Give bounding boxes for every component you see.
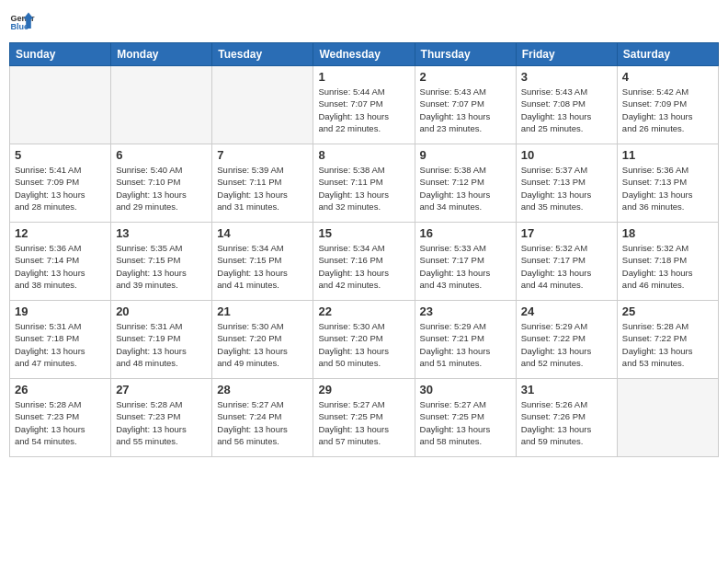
calendar-cell: 14Sunrise: 5:34 AM Sunset: 7:15 PM Dayli… — [212, 223, 313, 301]
day-number: 8 — [318, 148, 409, 162]
calendar-cell: 12Sunrise: 5:36 AM Sunset: 7:14 PM Dayli… — [10, 223, 111, 301]
calendar-cell: 1Sunrise: 5:44 AM Sunset: 7:07 PM Daylig… — [313, 66, 415, 144]
weekday-header-tuesday: Tuesday — [212, 43, 313, 66]
calendar-week-4: 19Sunrise: 5:31 AM Sunset: 7:18 PM Dayli… — [10, 301, 719, 379]
calendar-cell: 9Sunrise: 5:38 AM Sunset: 7:12 PM Daylig… — [415, 144, 516, 223]
day-info: Sunrise: 5:39 AM Sunset: 7:11 PM Dayligh… — [217, 164, 308, 213]
day-info: Sunrise: 5:28 AM Sunset: 7:23 PM Dayligh… — [15, 398, 106, 447]
day-number: 3 — [521, 70, 612, 84]
calendar-week-5: 26Sunrise: 5:28 AM Sunset: 7:23 PM Dayli… — [10, 379, 719, 457]
day-number: 28 — [217, 383, 308, 396]
day-info: Sunrise: 5:28 AM Sunset: 7:22 PM Dayligh… — [622, 320, 713, 369]
day-number: 10 — [521, 148, 612, 162]
day-number: 14 — [217, 226, 308, 240]
day-info: Sunrise: 5:34 AM Sunset: 7:16 PM Dayligh… — [318, 242, 409, 291]
calendar-cell: 26Sunrise: 5:28 AM Sunset: 7:23 PM Dayli… — [10, 379, 111, 457]
calendar-cell: 25Sunrise: 5:28 AM Sunset: 7:22 PM Dayli… — [617, 301, 718, 379]
calendar-cell: 6Sunrise: 5:40 AM Sunset: 7:10 PM Daylig… — [111, 144, 212, 223]
day-number: 17 — [521, 226, 612, 240]
calendar-cell: 28Sunrise: 5:27 AM Sunset: 7:24 PM Dayli… — [212, 379, 313, 457]
day-info: Sunrise: 5:44 AM Sunset: 7:07 PM Dayligh… — [318, 86, 409, 134]
weekday-header-monday: Monday — [111, 43, 212, 66]
day-info: Sunrise: 5:31 AM Sunset: 7:19 PM Dayligh… — [116, 320, 207, 369]
calendar-week-1: 1Sunrise: 5:44 AM Sunset: 7:07 PM Daylig… — [10, 66, 719, 144]
day-number: 23 — [420, 304, 511, 318]
day-number: 16 — [420, 226, 511, 240]
day-info: Sunrise: 5:32 AM Sunset: 7:17 PM Dayligh… — [521, 242, 612, 291]
day-info: Sunrise: 5:36 AM Sunset: 7:13 PM Dayligh… — [622, 164, 713, 213]
calendar-cell: 30Sunrise: 5:27 AM Sunset: 7:25 PM Dayli… — [415, 379, 516, 457]
calendar-week-3: 12Sunrise: 5:36 AM Sunset: 7:14 PM Dayli… — [10, 223, 719, 301]
weekday-header-saturday: Saturday — [617, 43, 718, 66]
calendar-cell: 2Sunrise: 5:43 AM Sunset: 7:07 PM Daylig… — [415, 66, 516, 144]
calendar-cell — [10, 66, 111, 144]
calendar-week-2: 5Sunrise: 5:41 AM Sunset: 7:09 PM Daylig… — [10, 144, 719, 223]
calendar-cell: 19Sunrise: 5:31 AM Sunset: 7:18 PM Dayli… — [10, 301, 111, 379]
day-info: Sunrise: 5:30 AM Sunset: 7:20 PM Dayligh… — [217, 320, 308, 369]
day-info: Sunrise: 5:42 AM Sunset: 7:09 PM Dayligh… — [622, 86, 713, 134]
day-number: 24 — [521, 304, 612, 318]
calendar-cell: 21Sunrise: 5:30 AM Sunset: 7:20 PM Dayli… — [212, 301, 313, 379]
calendar-cell: 31Sunrise: 5:26 AM Sunset: 7:26 PM Dayli… — [516, 379, 617, 457]
day-number: 18 — [622, 226, 713, 240]
day-number: 30 — [420, 383, 511, 396]
day-info: Sunrise: 5:29 AM Sunset: 7:21 PM Dayligh… — [420, 320, 511, 369]
day-info: Sunrise: 5:31 AM Sunset: 7:18 PM Dayligh… — [15, 320, 106, 369]
day-info: Sunrise: 5:29 AM Sunset: 7:22 PM Dayligh… — [521, 320, 612, 369]
day-info: Sunrise: 5:28 AM Sunset: 7:23 PM Dayligh… — [116, 398, 207, 447]
day-info: Sunrise: 5:30 AM Sunset: 7:20 PM Dayligh… — [318, 320, 409, 369]
calendar-cell: 27Sunrise: 5:28 AM Sunset: 7:23 PM Dayli… — [111, 379, 212, 457]
day-number: 4 — [622, 70, 713, 84]
calendar-cell: 3Sunrise: 5:43 AM Sunset: 7:08 PM Daylig… — [516, 66, 617, 144]
calendar-cell: 17Sunrise: 5:32 AM Sunset: 7:17 PM Dayli… — [516, 223, 617, 301]
calendar-cell — [617, 379, 718, 457]
day-number: 22 — [318, 304, 409, 318]
day-info: Sunrise: 5:35 AM Sunset: 7:15 PM Dayligh… — [116, 242, 207, 291]
day-info: Sunrise: 5:38 AM Sunset: 7:12 PM Dayligh… — [420, 164, 511, 213]
logo-icon: General Blue — [9, 9, 35, 35]
day-info: Sunrise: 5:43 AM Sunset: 7:07 PM Dayligh… — [420, 86, 511, 134]
day-number: 15 — [318, 226, 409, 240]
page-header: General Blue — [9, 9, 719, 35]
weekday-header-sunday: Sunday — [10, 43, 111, 66]
calendar-cell: 5Sunrise: 5:41 AM Sunset: 7:09 PM Daylig… — [10, 144, 111, 223]
day-number: 27 — [116, 383, 207, 396]
logo: General Blue — [9, 9, 35, 35]
day-info: Sunrise: 5:27 AM Sunset: 7:25 PM Dayligh… — [420, 398, 511, 447]
day-info: Sunrise: 5:34 AM Sunset: 7:15 PM Dayligh… — [217, 242, 308, 291]
calendar-cell: 23Sunrise: 5:29 AM Sunset: 7:21 PM Dayli… — [415, 301, 516, 379]
day-number: 19 — [15, 304, 106, 318]
calendar-cell: 7Sunrise: 5:39 AM Sunset: 7:11 PM Daylig… — [212, 144, 313, 223]
calendar-cell: 24Sunrise: 5:29 AM Sunset: 7:22 PM Dayli… — [516, 301, 617, 379]
calendar-cell: 15Sunrise: 5:34 AM Sunset: 7:16 PM Dayli… — [313, 223, 415, 301]
day-number: 12 — [15, 226, 106, 240]
calendar-cell: 29Sunrise: 5:27 AM Sunset: 7:25 PM Dayli… — [313, 379, 415, 457]
calendar-cell: 11Sunrise: 5:36 AM Sunset: 7:13 PM Dayli… — [617, 144, 718, 223]
day-info: Sunrise: 5:38 AM Sunset: 7:11 PM Dayligh… — [318, 164, 409, 213]
day-info: Sunrise: 5:27 AM Sunset: 7:24 PM Dayligh… — [217, 398, 308, 447]
day-number: 26 — [15, 383, 106, 396]
calendar-cell: 4Sunrise: 5:42 AM Sunset: 7:09 PM Daylig… — [617, 66, 718, 144]
day-info: Sunrise: 5:32 AM Sunset: 7:18 PM Dayligh… — [622, 242, 713, 291]
calendar-cell: 16Sunrise: 5:33 AM Sunset: 7:17 PM Dayli… — [415, 223, 516, 301]
weekday-header-wednesday: Wednesday — [313, 43, 415, 66]
day-number: 25 — [622, 304, 713, 318]
day-number: 29 — [318, 383, 409, 396]
day-info: Sunrise: 5:37 AM Sunset: 7:13 PM Dayligh… — [521, 164, 612, 213]
svg-text:Blue: Blue — [10, 22, 28, 31]
day-number: 21 — [217, 304, 308, 318]
day-number: 5 — [15, 148, 106, 162]
calendar-cell: 18Sunrise: 5:32 AM Sunset: 7:18 PM Dayli… — [617, 223, 718, 301]
day-number: 7 — [217, 148, 308, 162]
day-number: 6 — [116, 148, 207, 162]
day-info: Sunrise: 5:41 AM Sunset: 7:09 PM Dayligh… — [15, 164, 106, 213]
calendar-cell — [111, 66, 212, 144]
calendar-cell: 10Sunrise: 5:37 AM Sunset: 7:13 PM Dayli… — [516, 144, 617, 223]
day-info: Sunrise: 5:36 AM Sunset: 7:14 PM Dayligh… — [15, 242, 106, 291]
calendar-cell: 22Sunrise: 5:30 AM Sunset: 7:20 PM Dayli… — [313, 301, 415, 379]
calendar-cell: 20Sunrise: 5:31 AM Sunset: 7:19 PM Dayli… — [111, 301, 212, 379]
weekday-header-friday: Friday — [516, 43, 617, 66]
day-info: Sunrise: 5:27 AM Sunset: 7:25 PM Dayligh… — [318, 398, 409, 447]
day-info: Sunrise: 5:40 AM Sunset: 7:10 PM Dayligh… — [116, 164, 207, 213]
day-number: 11 — [622, 148, 713, 162]
